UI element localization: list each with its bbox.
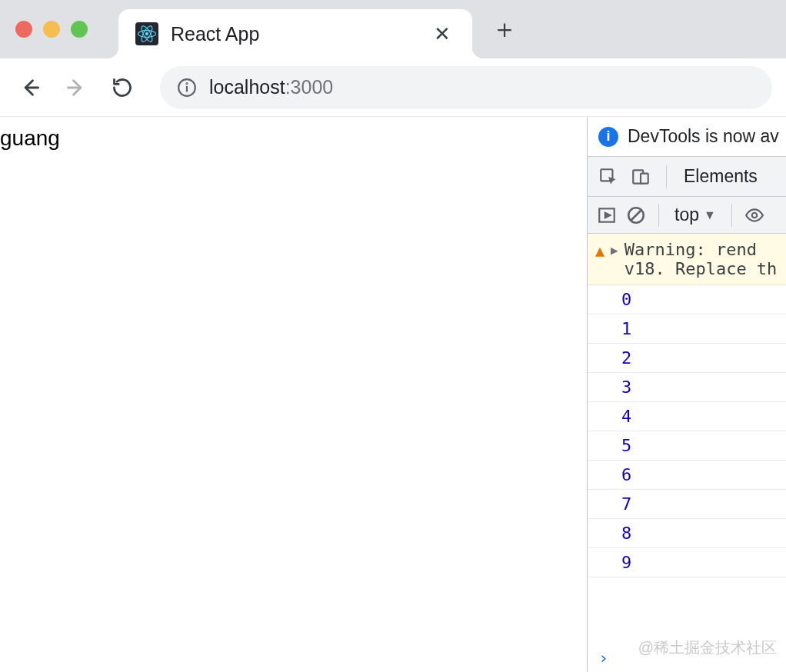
forward-button[interactable] xyxy=(60,72,92,104)
console-log-entry[interactable]: 4 xyxy=(588,402,786,431)
browser-toolbar: localhost:3000 xyxy=(0,58,786,117)
console-prompt[interactable]: › xyxy=(588,644,786,672)
warning-text: Warning: rend v18. Replace th xyxy=(624,240,778,278)
prompt-chevron-icon: › xyxy=(598,648,608,667)
clear-console-icon[interactable] xyxy=(623,202,649,228)
site-info-icon[interactable] xyxy=(177,78,197,98)
svg-point-16 xyxy=(752,212,758,218)
device-toolbar-icon[interactable] xyxy=(628,164,654,190)
devtools-notice-bar: i DevTools is now av xyxy=(588,117,786,157)
devtools-tab-elements[interactable]: Elements xyxy=(679,166,762,187)
context-label: top xyxy=(674,205,699,225)
new-tab-button[interactable]: ＋ xyxy=(486,11,523,48)
svg-point-8 xyxy=(186,83,187,84)
window-minimize-button[interactable] xyxy=(43,21,60,38)
console-sidebar-icon[interactable] xyxy=(594,202,620,228)
browser-tab[interactable]: React App ✕ xyxy=(118,9,472,58)
disclosure-triangle-icon[interactable]: ▶ xyxy=(611,240,618,278)
console-log-entry[interactable]: 3 xyxy=(588,373,786,402)
chevron-down-icon: ▼ xyxy=(704,208,716,222)
svg-point-0 xyxy=(145,32,148,35)
window-controls xyxy=(15,21,88,38)
page-text: guang xyxy=(0,126,60,150)
browser-tab-bar: React App ✕ ＋ xyxy=(0,0,786,58)
inspect-element-icon[interactable] xyxy=(595,164,621,190)
console-log-entry[interactable]: 0 xyxy=(588,285,786,314)
tab-close-button[interactable]: ✕ xyxy=(429,22,455,46)
console-log-entry[interactable]: 5 xyxy=(588,431,786,461)
divider xyxy=(666,165,667,188)
back-button[interactable] xyxy=(14,72,46,104)
url-text: localhost:3000 xyxy=(209,76,333,98)
console-log-entry[interactable]: 9 xyxy=(588,548,786,577)
svg-line-15 xyxy=(631,210,641,220)
devtools-panel: i DevTools is now av Elements xyxy=(588,117,786,672)
svg-marker-13 xyxy=(605,212,611,218)
devtools-tab-bar: Elements xyxy=(588,157,786,197)
warning-icon: ▲ xyxy=(595,240,604,278)
window-close-button[interactable] xyxy=(15,21,32,38)
page-content: guang xyxy=(0,117,588,672)
console-log-entry[interactable]: 6 xyxy=(588,461,786,490)
divider xyxy=(658,204,659,227)
divider xyxy=(731,204,732,227)
url-host: localhost xyxy=(209,76,285,98)
eye-icon[interactable] xyxy=(741,202,768,228)
url-port: :3000 xyxy=(285,76,334,98)
console-log-entry[interactable]: 1 xyxy=(588,314,786,344)
console-warning[interactable]: ▲ ▶ Warning: rend v18. Replace th xyxy=(588,234,786,285)
devtools-notice-text: DevTools is now av xyxy=(628,126,779,147)
console-log-entry[interactable]: 8 xyxy=(588,519,786,548)
address-bar[interactable]: localhost:3000 xyxy=(160,66,772,109)
console-log-list: 0 1 2 3 4 5 6 7 8 9 xyxy=(588,285,786,644)
tab-title: React App xyxy=(171,23,417,45)
react-favicon-icon xyxy=(135,22,158,45)
console-context-bar: top ▼ xyxy=(588,197,786,234)
console-log-entry[interactable]: 2 xyxy=(588,344,786,373)
window-zoom-button[interactable] xyxy=(71,21,88,38)
reload-button[interactable] xyxy=(106,72,138,104)
info-icon: i xyxy=(598,127,618,147)
console-log-entry[interactable]: 7 xyxy=(588,490,786,519)
execution-context-selector[interactable]: top ▼ xyxy=(668,205,722,225)
svg-rect-11 xyxy=(641,173,648,183)
